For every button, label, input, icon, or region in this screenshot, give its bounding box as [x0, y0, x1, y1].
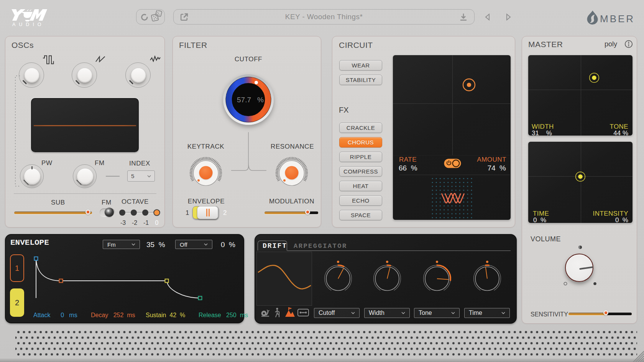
svg-text:%: %	[257, 96, 264, 104]
svg-text:MBER: MBER	[600, 13, 635, 25]
svg-text:57.7: 57.7	[237, 96, 251, 104]
svg-text:AUDIO: AUDIO	[12, 22, 45, 27]
